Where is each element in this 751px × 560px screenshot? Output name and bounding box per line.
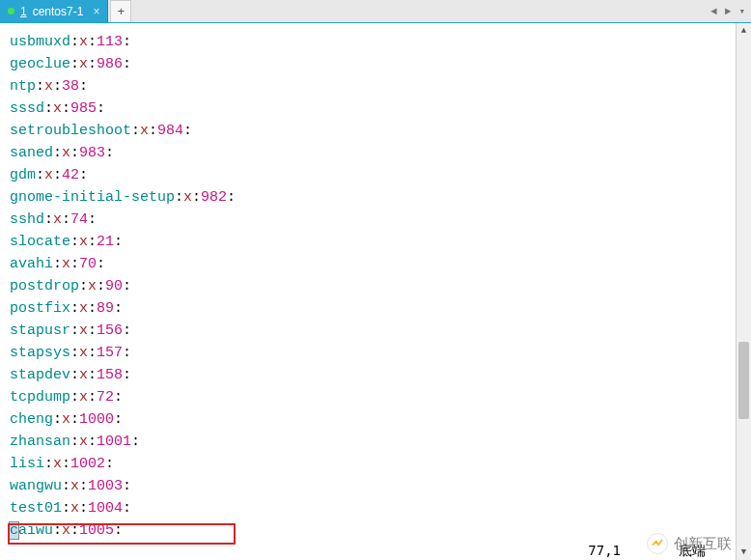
tab-index: 1 [20, 5, 27, 18]
group-line: ntp:x:38: [10, 75, 746, 98]
group-line: zhansan:x:1001: [10, 431, 746, 453]
group-line: test01:x:1004: [10, 497, 746, 519]
group-line: postfix:x:89: [10, 297, 746, 320]
vertical-scrollbar[interactable]: ▲ ▼ [736, 23, 751, 560]
scroll-up-icon[interactable]: ▲ [737, 23, 751, 39]
group-line: avahi:x:70: [10, 253, 746, 275]
group-line: cheng:x:1000: [10, 408, 746, 431]
tab-title: centos7-1 [33, 5, 84, 18]
group-line: tcpdump:x:72: [10, 386, 746, 408]
group-line: gnome-initial-setup:x:982: [10, 186, 746, 209]
nav-menu-icon[interactable]: ▾ [737, 5, 747, 17]
group-line: sshd:x:74: [10, 209, 746, 231]
cursor-position: 77,1 [588, 540, 621, 561]
scroll-track[interactable] [737, 39, 751, 545]
status-dot-icon [8, 8, 14, 14]
nav-right-icon[interactable]: ► [723, 6, 734, 17]
nav-left-icon[interactable]: ◄ [709, 6, 719, 17]
add-tab-button[interactable]: + [110, 0, 131, 22]
group-line: slocate:x:21: [10, 231, 746, 253]
group-line: gdm:x:42: [10, 164, 746, 186]
group-line: saned:x:983: [10, 142, 746, 164]
group-line: postdrop:x:90: [10, 275, 746, 297]
group-line: sssd:x:985: [10, 98, 746, 120]
terminal-viewport[interactable]: usbmuxd:x:113:geoclue:x:986:ntp:x:38:sss… [0, 23, 751, 560]
terminal-lines: usbmuxd:x:113:geoclue:x:986:ntp:x:38:sss… [10, 31, 746, 542]
group-line: wangwu:x:1003: [10, 475, 746, 497]
group-line: usbmuxd:x:113: [10, 31, 746, 53]
tab-active[interactable]: 1 centos7-1 × [0, 0, 108, 22]
group-line: lisi:x:1002: [10, 453, 746, 475]
scroll-down-icon[interactable]: ▼ [737, 545, 751, 560]
group-line: stapsys:x:157: [10, 342, 746, 364]
tab-bar: 1 centos7-1 × + ◄ ► ▾ [0, 0, 751, 23]
scroll-thumb[interactable] [738, 342, 749, 419]
tab-nav: ◄ ► ▾ [709, 0, 747, 22]
group-line: geoclue:x:986: [10, 53, 746, 75]
tab-close-icon[interactable]: × [93, 5, 99, 18]
group-line: stapdev:x:158: [10, 364, 746, 386]
group-line: caiwu:x:1005: [10, 519, 746, 542]
group-line: stapusr:x:156: [10, 320, 746, 342]
group-line: setroubleshoot:x:984: [10, 120, 746, 142]
status-bar: 77,1 底端 [0, 541, 735, 560]
scroll-label: 底端 [679, 540, 706, 561]
